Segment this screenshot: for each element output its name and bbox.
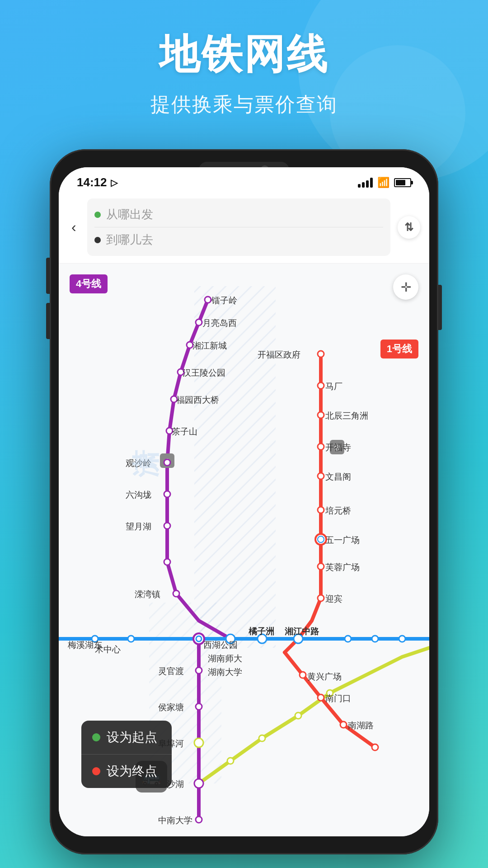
svg-text:北辰三角洲: 北辰三角洲: [325, 411, 368, 420]
svg-text:开福区政府: 开福区政府: [258, 350, 300, 359]
svg-text:湘江新城: 湘江新城: [192, 341, 227, 350]
svg-text:观沙岭: 观沙岭: [126, 458, 151, 468]
svg-point-49: [259, 735, 265, 741]
status-icons: 📶: [358, 177, 411, 189]
svg-text:湖南大学: 湖南大学: [208, 667, 242, 677]
svg-point-19: [318, 382, 324, 389]
svg-point-5: [205, 297, 211, 303]
set-start-label: 设为起点: [107, 729, 157, 746]
svg-text:文昌阁: 文昌阁: [325, 472, 351, 481]
line4-badge: 4号线: [70, 274, 108, 293]
search-area: ‹ 从哪出发 到哪儿去 ⇅: [59, 194, 429, 264]
set-start-item[interactable]: 设为起点: [81, 721, 172, 755]
svg-point-40: [196, 703, 202, 710]
svg-text:茶子山: 茶子山: [172, 427, 197, 436]
svg-point-35: [318, 536, 324, 542]
svg-text:灵官渡: 灵官渡: [158, 666, 184, 676]
time-display: 14:12: [77, 175, 107, 189]
end-dot-icon: [92, 767, 100, 775]
locator-icon: ✛: [401, 280, 411, 295]
to-field-row[interactable]: 到哪儿去: [94, 227, 383, 252]
to-dot-icon: [94, 237, 101, 243]
map-area[interactable]: 潇: [59, 264, 429, 836]
svg-text:五一广场: 五一广场: [325, 535, 360, 545]
svg-text:福园西大桥: 福园西大桥: [176, 395, 219, 405]
svg-point-25: [318, 507, 324, 513]
svg-point-50: [295, 712, 301, 719]
app-title: 地铁网线: [18, 27, 470, 82]
status-time: 14:12 ▷: [77, 175, 117, 189]
from-placeholder: 从哪出发: [106, 207, 153, 222]
svg-point-28: [318, 563, 324, 570]
svg-text:芙蓉广场: 芙蓉广场: [325, 562, 360, 572]
svg-point-13: [164, 459, 170, 466]
svg-text:湖南师大: 湖南师大: [208, 654, 242, 663]
svg-point-7: [187, 342, 193, 348]
set-end-label: 设为终点: [107, 763, 157, 780]
svg-text:开福寺: 开福寺: [325, 443, 351, 452]
line1-badge: 1号线: [380, 340, 418, 359]
wifi-icon: 📶: [377, 177, 389, 189]
svg-text:橘子洲: 橘子洲: [248, 627, 274, 636]
context-menu: 设为起点 设为终点: [81, 721, 172, 788]
svg-point-48: [227, 758, 234, 764]
status-bar: 14:12 ▷ 📶: [59, 167, 429, 194]
phone-screen: 14:12 ▷ 📶 ‹: [59, 167, 429, 836]
svg-point-24: [318, 473, 324, 479]
from-dot-icon: [94, 212, 101, 218]
svg-text:培元桥: 培元桥: [325, 506, 351, 515]
svg-point-20: [318, 412, 324, 418]
svg-text:溁湾镇: 溁湾镇: [135, 590, 160, 599]
from-field-row[interactable]: 从哪出发: [94, 202, 383, 227]
navigation-icon: ▷: [111, 177, 117, 188]
svg-text:六沟垅: 六沟垅: [126, 490, 151, 500]
swap-button[interactable]: ⇅: [398, 216, 420, 239]
svg-point-47: [372, 744, 378, 750]
svg-point-18: [318, 351, 324, 357]
app-subtitle: 提供换乘与票价查询: [18, 91, 470, 118]
svg-point-6: [196, 319, 202, 326]
power-button[interactable]: [438, 285, 442, 330]
svg-point-16: [164, 559, 170, 565]
svg-point-37: [372, 636, 378, 642]
svg-text:月亮岛西: 月亮岛西: [202, 318, 237, 328]
battery-icon: [394, 178, 411, 187]
map-locator-button[interactable]: ✛: [393, 274, 418, 300]
signal-icon: [358, 178, 373, 188]
svg-point-14: [164, 491, 170, 497]
search-fields: 从哪出发 到哪儿去: [87, 198, 390, 256]
svg-point-4: [196, 636, 202, 642]
svg-text:中南大学: 中南大学: [158, 816, 192, 825]
volume-down-button[interactable]: [46, 303, 50, 339]
back-button[interactable]: ‹: [68, 215, 80, 239]
svg-text:术中心: 术中心: [95, 645, 121, 654]
svg-text:迎宾: 迎宾: [325, 594, 343, 604]
swap-icon: ⇅: [404, 221, 413, 234]
svg-rect-1: [194, 286, 276, 648]
svg-point-43: [196, 816, 202, 823]
volume-up-button[interactable]: [46, 258, 50, 294]
svg-text:汉王陵公园: 汉王陵公园: [183, 368, 225, 377]
svg-text:望月湖: 望月湖: [126, 522, 151, 531]
to-placeholder: 到哪儿去: [106, 232, 153, 248]
svg-point-23: [318, 443, 324, 450]
svg-text:湘江中路: 湘江中路: [285, 627, 319, 636]
svg-point-45: [318, 694, 324, 701]
svg-point-29: [318, 595, 324, 601]
svg-point-46: [340, 722, 347, 728]
svg-text:西湖公园: 西湖公园: [203, 640, 238, 650]
svg-point-38: [399, 636, 405, 642]
svg-text:侯家塘: 侯家塘: [158, 703, 184, 712]
set-end-item[interactable]: 设为终点: [81, 755, 172, 788]
svg-text:南湖路: 南湖路: [348, 721, 374, 730]
svg-point-36: [345, 636, 351, 642]
svg-point-41: [194, 738, 203, 747]
svg-point-15: [164, 523, 170, 529]
svg-text:南门口: 南门口: [325, 693, 351, 703]
svg-point-17: [173, 590, 179, 597]
svg-text:马厂: 马厂: [325, 382, 343, 391]
svg-point-39: [196, 667, 202, 674]
svg-text:镭子岭: 镭子岭: [211, 296, 237, 305]
svg-point-31: [128, 636, 134, 642]
svg-text:黄兴广场: 黄兴广场: [307, 672, 342, 681]
